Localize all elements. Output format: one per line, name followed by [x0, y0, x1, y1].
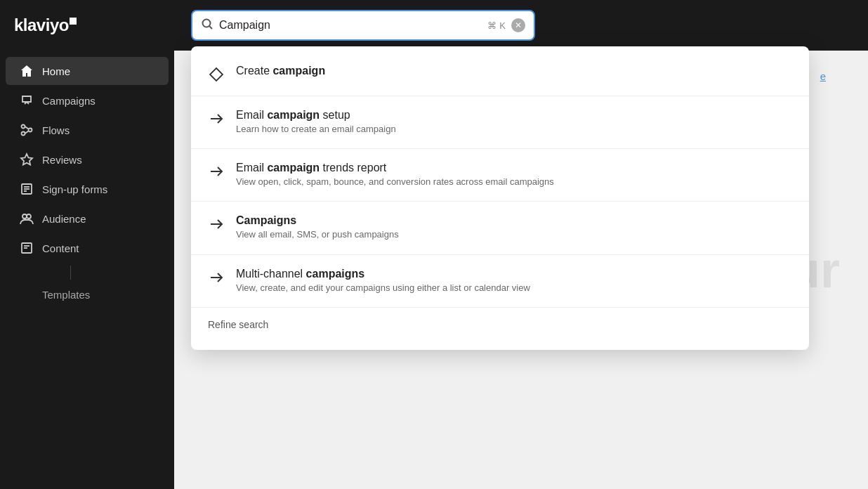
create-campaign-content: Create campaign — [236, 65, 325, 77]
sidebar-item-flows[interactable]: Flows — [6, 116, 169, 144]
flows-icon — [20, 123, 34, 137]
sidebar-item-content-label: Content — [42, 242, 79, 254]
sidebar-item-content[interactable]: Content — [6, 234, 169, 262]
divider-4 — [191, 254, 809, 255]
svg-point-11 — [22, 214, 27, 219]
dropdown-item-campaigns[interactable]: Campaigns View all email, SMS, or push c… — [191, 204, 809, 251]
sidebar-item-audience-label: Audience — [42, 213, 86, 225]
email-setup-content: Email campaign setup Learn how to create… — [236, 109, 396, 136]
multi-channel-desc: View, create, and edit your campaigns us… — [236, 282, 530, 294]
campaigns-title: Campaigns — [236, 214, 399, 227]
home-icon — [20, 64, 34, 78]
create-campaign-title: Create campaign — [236, 65, 325, 77]
forms-icon — [20, 182, 34, 196]
campaigns-content: Campaigns View all email, SMS, or push c… — [236, 214, 399, 241]
search-clear-button[interactable]: ✕ — [511, 18, 525, 32]
sidebar: klaviyo Home Campaigns — [0, 0, 174, 489]
email-trends-arrow-icon — [208, 163, 225, 180]
svg-marker-18 — [210, 68, 223, 81]
content-icon — [20, 241, 34, 255]
svg-point-2 — [29, 129, 32, 132]
svg-point-1 — [22, 125, 25, 129]
logo-icon — [70, 18, 77, 25]
svg-point-3 — [22, 132, 25, 136]
email-trends-title: Email campaign trends report — [236, 162, 554, 174]
divider-2 — [191, 148, 809, 149]
divider-5 — [191, 307, 809, 308]
campaigns-desc: View all email, SMS, or push campaigns — [236, 228, 399, 241]
sidebar-item-templates[interactable]: Templates — [6, 283, 169, 306]
sidebar-item-campaigns-label: Campaigns — [42, 95, 96, 107]
search-dropdown: Create campaign Email campaign setup L — [191, 46, 809, 350]
email-setup-title: Email campaign setup — [236, 109, 396, 122]
sidebar-item-home-label: Home — [42, 65, 70, 77]
sidebar-item-reviews-label: Reviews — [42, 154, 82, 166]
svg-marker-6 — [21, 154, 32, 165]
dropdown-item-multi-channel[interactable]: Multi-channel campaigns View, create, an… — [191, 258, 809, 304]
email-setup-desc: Learn how to create an email campaign — [236, 123, 396, 136]
sidebar-item-reviews[interactable]: Reviews — [6, 145, 169, 174]
main-content: Campaign ⌘ K ✕ Create campa — [174, 0, 868, 489]
reviews-icon — [20, 152, 34, 167]
svg-point-12 — [27, 214, 31, 219]
sidebar-item-audience[interactable]: Audience — [6, 204, 169, 233]
search-input[interactable]: Campaign — [219, 19, 482, 32]
sidebar-item-campaigns[interactable]: Campaigns — [6, 86, 169, 115]
sidebar-item-home[interactable]: Home — [6, 57, 169, 85]
logo: klaviyo — [0, 0, 174, 51]
email-trends-content: Email campaign trends report View open, … — [236, 162, 554, 188]
email-trends-desc: View open, click, spam, bounce, and conv… — [236, 176, 554, 188]
dropdown-item-email-setup[interactable]: Email campaign setup Learn how to create… — [191, 99, 809, 145]
search-icon — [201, 18, 213, 33]
multi-channel-title: Multi-channel campaigns — [236, 268, 530, 280]
content-divider — [70, 266, 71, 280]
create-campaign-icon — [208, 66, 225, 83]
audience-icon — [20, 211, 34, 226]
svg-line-5 — [25, 131, 29, 134]
svg-line-4 — [25, 126, 29, 129]
campaigns-icon — [20, 93, 34, 107]
multi-channel-arrow-icon — [208, 269, 225, 286]
divider-1 — [191, 96, 809, 96]
sidebar-item-signup-forms[interactable]: Sign-up forms — [6, 175, 169, 203]
search-container: Campaign ⌘ K ✕ Create campa — [191, 10, 851, 41]
shortcut-cmd: ⌘ — [487, 20, 497, 31]
multi-channel-content: Multi-channel campaigns View, create, an… — [236, 268, 530, 294]
background-link[interactable]: e — [820, 70, 826, 82]
dropdown-bottom-spacer — [191, 336, 809, 341]
logo-text: klaviyo — [14, 15, 77, 35]
dropdown-item-create-campaign[interactable]: Create campaign — [191, 55, 809, 93]
search-bar[interactable]: Campaign ⌘ K ✕ — [191, 10, 535, 41]
campaigns-arrow-icon — [208, 216, 225, 233]
refine-search-label: Refine search — [191, 311, 809, 336]
sidebar-item-templates-label: Templates — [42, 289, 90, 301]
svg-point-16 — [203, 20, 211, 27]
topbar: Campaign ⌘ K ✕ Create campa — [174, 0, 868, 51]
search-shortcut: ⌘ K — [487, 20, 506, 31]
shortcut-key: K — [499, 20, 506, 31]
sidebar-item-flows-label: Flows — [42, 124, 70, 136]
sidebar-item-signup-forms-label: Sign-up forms — [42, 183, 107, 195]
dropdown-item-email-trends[interactable]: Email campaign trends report View open, … — [191, 152, 809, 198]
divider-3 — [191, 201, 809, 202]
email-setup-arrow-icon — [208, 110, 225, 127]
svg-line-17 — [209, 26, 212, 29]
sidebar-nav: Home Campaigns Flows — [0, 51, 174, 489]
